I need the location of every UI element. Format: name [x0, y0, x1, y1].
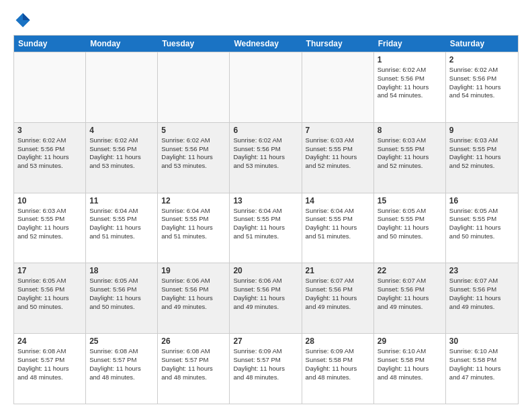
day-info: Sunrise: 6:03 AM Sunset: 5:55 PM Dayligh… — [306, 136, 370, 171]
day-number: 10 — [17, 196, 82, 205]
calendar-cell: 3Sunrise: 6:02 AM Sunset: 5:56 PM Daylig… — [14, 123, 86, 193]
day-info: Sunrise: 6:08 AM Sunset: 5:57 PM Dayligh… — [161, 347, 226, 381]
day-info: Sunrise: 6:10 AM Sunset: 5:58 PM Dayligh… — [449, 347, 515, 381]
calendar-cell: 30Sunrise: 6:10 AM Sunset: 5:58 PM Dayli… — [446, 334, 518, 404]
calendar-cell: 1Sunrise: 6:02 AM Sunset: 5:56 PM Daylig… — [374, 52, 446, 122]
calendar-row: 17Sunrise: 6:05 AM Sunset: 5:56 PM Dayli… — [14, 263, 518, 333]
day-number: 1 — [378, 55, 442, 64]
calendar-cell: 20Sunrise: 6:06 AM Sunset: 5:56 PM Dayli… — [230, 263, 302, 333]
calendar-cell: 2Sunrise: 6:02 AM Sunset: 5:56 PM Daylig… — [446, 52, 518, 122]
day-number: 16 — [449, 196, 515, 205]
day-info: Sunrise: 6:03 AM Sunset: 5:55 PM Dayligh… — [378, 136, 442, 171]
day-info: Sunrise: 6:04 AM Sunset: 5:55 PM Dayligh… — [233, 207, 298, 241]
day-info: Sunrise: 6:06 AM Sunset: 5:56 PM Dayligh… — [233, 277, 298, 311]
calendar-cell — [86, 52, 158, 122]
day-number: 9 — [449, 126, 515, 135]
day-number: 13 — [233, 196, 298, 205]
day-number: 21 — [306, 266, 370, 275]
day-info: Sunrise: 6:05 AM Sunset: 5:55 PM Dayligh… — [378, 207, 442, 241]
day-number: 30 — [449, 336, 515, 346]
calendar-cell: 12Sunrise: 6:04 AM Sunset: 5:55 PM Dayli… — [158, 193, 230, 263]
day-info: Sunrise: 6:02 AM Sunset: 5:56 PM Dayligh… — [17, 136, 82, 171]
calendar-header-cell: Monday — [86, 36, 158, 52]
day-number: 26 — [161, 336, 226, 346]
day-info: Sunrise: 6:02 AM Sunset: 5:56 PM Dayligh… — [161, 136, 226, 171]
calendar-header-cell: Tuesday — [158, 36, 230, 52]
day-number: 24 — [17, 336, 82, 346]
day-number: 11 — [89, 196, 154, 205]
calendar-cell: 13Sunrise: 6:04 AM Sunset: 5:55 PM Dayli… — [230, 193, 302, 263]
calendar-row: 24Sunrise: 6:08 AM Sunset: 5:57 PM Dayli… — [14, 333, 518, 404]
day-number: 19 — [161, 266, 226, 275]
calendar-row: 3Sunrise: 6:02 AM Sunset: 5:56 PM Daylig… — [14, 122, 518, 193]
calendar-header-cell: Saturday — [446, 36, 518, 52]
svg-marker-1 — [23, 13, 30, 21]
calendar-cell — [230, 52, 302, 122]
calendar-cell: 17Sunrise: 6:05 AM Sunset: 5:56 PM Dayli… — [14, 263, 86, 333]
calendar-cell: 18Sunrise: 6:05 AM Sunset: 5:56 PM Dayli… — [86, 263, 158, 333]
day-info: Sunrise: 6:03 AM Sunset: 5:55 PM Dayligh… — [17, 207, 82, 241]
day-info: Sunrise: 6:02 AM Sunset: 5:56 PM Dayligh… — [89, 136, 154, 171]
calendar-cell: 29Sunrise: 6:10 AM Sunset: 5:58 PM Dayli… — [374, 334, 446, 404]
day-number: 7 — [306, 126, 370, 135]
day-info: Sunrise: 6:07 AM Sunset: 5:56 PM Dayligh… — [306, 277, 370, 311]
calendar-cell: 26Sunrise: 6:08 AM Sunset: 5:57 PM Dayli… — [158, 334, 230, 404]
day-info: Sunrise: 6:04 AM Sunset: 5:55 PM Dayligh… — [306, 207, 370, 241]
calendar-cell — [302, 52, 374, 122]
calendar-body: 1Sunrise: 6:02 AM Sunset: 5:56 PM Daylig… — [14, 52, 518, 404]
day-number: 5 — [161, 126, 226, 135]
calendar-header-row: SundayMondayTuesdayWednesdayThursdayFrid… — [14, 36, 518, 52]
calendar-cell: 6Sunrise: 6:02 AM Sunset: 5:56 PM Daylig… — [230, 123, 302, 193]
calendar-header-cell: Wednesday — [230, 36, 302, 52]
calendar-cell: 24Sunrise: 6:08 AM Sunset: 5:57 PM Dayli… — [14, 334, 86, 404]
day-info: Sunrise: 6:04 AM Sunset: 5:55 PM Dayligh… — [89, 207, 154, 241]
day-number: 23 — [449, 266, 515, 275]
calendar-cell: 7Sunrise: 6:03 AM Sunset: 5:55 PM Daylig… — [302, 123, 374, 193]
day-info: Sunrise: 6:02 AM Sunset: 5:56 PM Dayligh… — [233, 136, 298, 171]
day-number: 25 — [89, 336, 154, 346]
day-info: Sunrise: 6:07 AM Sunset: 5:56 PM Dayligh… — [449, 277, 515, 311]
day-number: 27 — [233, 336, 298, 346]
day-info: Sunrise: 6:05 AM Sunset: 5:56 PM Dayligh… — [17, 277, 82, 311]
day-info: Sunrise: 6:06 AM Sunset: 5:56 PM Dayligh… — [161, 277, 226, 311]
day-number: 15 — [378, 196, 442, 205]
calendar-header-cell: Friday — [374, 36, 446, 52]
calendar-cell: 27Sunrise: 6:09 AM Sunset: 5:57 PM Dayli… — [230, 334, 302, 404]
day-number: 29 — [378, 336, 442, 346]
calendar-row: 1Sunrise: 6:02 AM Sunset: 5:56 PM Daylig… — [14, 52, 518, 122]
calendar-cell: 8Sunrise: 6:03 AM Sunset: 5:55 PM Daylig… — [374, 123, 446, 193]
calendar-cell: 22Sunrise: 6:07 AM Sunset: 5:56 PM Dayli… — [374, 263, 446, 333]
day-number: 22 — [378, 266, 442, 275]
calendar-cell: 9Sunrise: 6:03 AM Sunset: 5:55 PM Daylig… — [446, 123, 518, 193]
day-number: 17 — [17, 266, 82, 275]
day-number: 12 — [161, 196, 226, 205]
logo-icon — [13, 11, 32, 30]
day-number: 14 — [306, 196, 370, 205]
calendar-cell: 28Sunrise: 6:09 AM Sunset: 5:58 PM Dayli… — [302, 334, 374, 404]
day-number: 20 — [233, 266, 298, 275]
calendar-header-cell: Thursday — [302, 36, 374, 52]
calendar-header-cell: Sunday — [14, 36, 86, 52]
logo — [13, 11, 35, 30]
day-info: Sunrise: 6:03 AM Sunset: 5:55 PM Dayligh… — [449, 136, 515, 171]
day-info: Sunrise: 6:08 AM Sunset: 5:57 PM Dayligh… — [89, 347, 154, 381]
calendar-cell: 14Sunrise: 6:04 AM Sunset: 5:55 PM Dayli… — [302, 193, 374, 263]
day-number: 28 — [306, 336, 370, 346]
day-number: 6 — [233, 126, 298, 135]
day-info: Sunrise: 6:05 AM Sunset: 5:56 PM Dayligh… — [89, 277, 154, 311]
header — [13, 11, 519, 30]
calendar-cell: 15Sunrise: 6:05 AM Sunset: 5:55 PM Dayli… — [374, 193, 446, 263]
calendar-cell: 10Sunrise: 6:03 AM Sunset: 5:55 PM Dayli… — [14, 193, 86, 263]
calendar-row: 10Sunrise: 6:03 AM Sunset: 5:55 PM Dayli… — [14, 193, 518, 263]
calendar-cell: 4Sunrise: 6:02 AM Sunset: 5:56 PM Daylig… — [86, 123, 158, 193]
calendar-cell: 21Sunrise: 6:07 AM Sunset: 5:56 PM Dayli… — [302, 263, 374, 333]
page: SundayMondayTuesdayWednesdayThursdayFrid… — [0, 0, 532, 411]
calendar-cell: 16Sunrise: 6:05 AM Sunset: 5:55 PM Dayli… — [446, 193, 518, 263]
day-number: 18 — [89, 266, 154, 275]
day-number: 8 — [378, 126, 442, 135]
day-info: Sunrise: 6:05 AM Sunset: 5:55 PM Dayligh… — [449, 207, 515, 241]
day-number: 3 — [17, 126, 82, 135]
calendar-cell — [14, 52, 86, 122]
calendar: SundayMondayTuesdayWednesdayThursdayFrid… — [13, 35, 519, 404]
day-number: 2 — [449, 55, 515, 64]
